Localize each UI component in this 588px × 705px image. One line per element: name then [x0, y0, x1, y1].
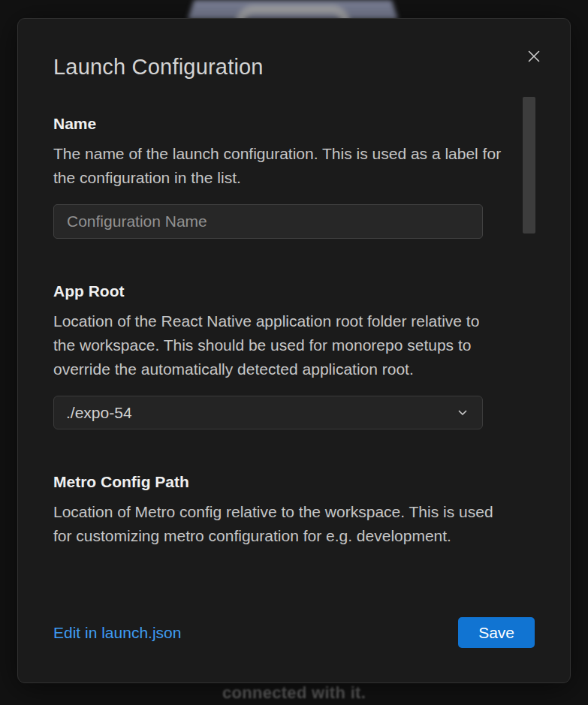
metro-config-path-section: Metro Config Path Location of Metro conf…: [53, 472, 535, 548]
metro-config-path-description: Location of Metro config relative to the…: [53, 500, 504, 548]
save-button[interactable]: Save: [458, 617, 535, 648]
launch-configuration-dialog: Launch Configuration Name The name of th…: [17, 18, 571, 683]
app-root-label: App Root: [53, 282, 535, 301]
edit-in-launch-json-link[interactable]: Edit in launch.json: [53, 624, 181, 642]
close-icon: [526, 49, 541, 64]
name-description: The name of the launch configuration. Th…: [53, 142, 504, 190]
name-label: Name: [53, 114, 535, 134]
app-root-description: Location of the React Native application…: [53, 309, 504, 381]
blurred-phone-graphic: [188, 0, 398, 20]
app-root-selected-value: ./expo-54: [66, 404, 132, 422]
name-section: Name The name of the launch configuratio…: [53, 114, 535, 239]
chevron-down-icon: [456, 406, 469, 420]
app-root-select[interactable]: ./expo-54: [53, 396, 483, 429]
configuration-name-input[interactable]: [53, 204, 483, 239]
background-blurred-text: connected with it.: [0, 683, 588, 703]
dialog-title: Launch Configuration: [53, 55, 535, 80]
dialog-footer: Edit in launch.json Save: [53, 617, 535, 648]
app-root-section: App Root Location of the React Native ap…: [53, 282, 535, 429]
close-button[interactable]: [523, 46, 544, 67]
metro-config-path-label: Metro Config Path: [53, 472, 535, 492]
scrollbar-thumb[interactable]: [523, 97, 535, 233]
